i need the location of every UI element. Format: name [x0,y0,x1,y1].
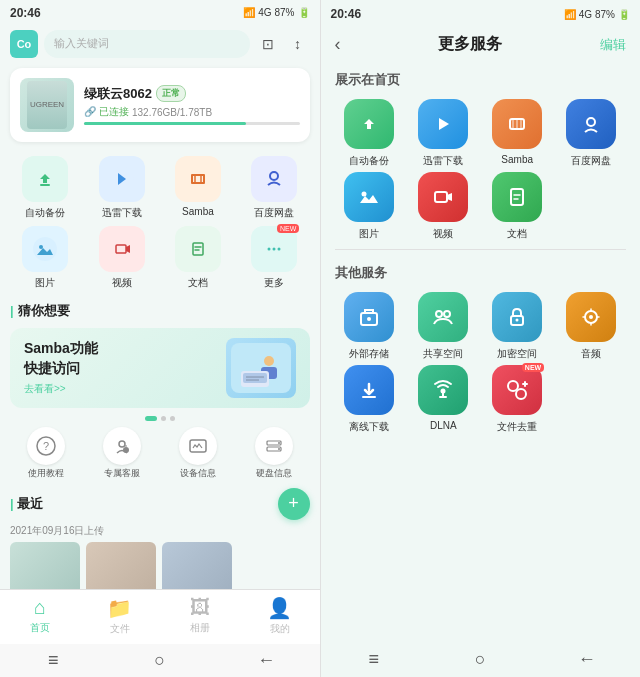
left-menu-btn[interactable]: ≡ [33,650,73,671]
svg-point-30 [278,442,280,444]
device-image: UGREEN [20,78,74,132]
device-info-icon [179,427,217,465]
disk-info-icon [255,427,293,465]
device-name: 绿联云8062 正常 [84,85,300,103]
svg-point-34 [362,192,367,197]
tutorial-item[interactable]: ? 使用教程 [10,427,82,480]
app-logo[interactable]: Co [10,30,38,58]
scan-button[interactable]: ⊡ [256,32,280,56]
docs-label: 文档 [188,276,208,290]
svc-audio-icon [566,292,616,342]
device-card[interactable]: UGREEN 绿联云8062 正常 🔗 已连接 132.76GB/1.78TB [10,68,310,142]
action-more[interactable]: NEW 更多 [239,226,309,290]
xunlei-label: 迅雷下载 [102,206,142,220]
edit-button[interactable]: 编辑 [600,36,626,54]
tab-mine[interactable]: 👤 我的 [240,596,320,636]
svc-dedup[interactable]: NEW 文件去重 [482,365,552,434]
svg-point-46 [508,381,518,391]
tutorial-icon: ? [27,427,65,465]
right-home-btn[interactable]: ○ [460,649,500,670]
xunlei-icon [99,156,145,202]
storage-fill [84,122,246,125]
back-button[interactable]: ‹ [335,34,341,55]
add-button[interactable]: + [278,488,310,520]
auto-backup-icon [22,156,68,202]
svc-share[interactable]: 共享空间 [408,292,478,361]
action-baidu[interactable]: 百度网盘 [239,156,309,220]
svc-external[interactable]: 外部存储 [335,292,405,361]
tab-files[interactable]: 📁 文件 [80,596,160,636]
svc-encrypt[interactable]: 加密空间 [482,292,552,361]
samba-banner[interactable]: Samba功能快捷访问 去看看>> [10,328,310,408]
guess-section-title: | 猜你想要 [0,298,320,324]
right-back-btn[interactable]: ← [567,649,607,670]
samba-text: Samba功能快捷访问 去看看>> [24,339,98,396]
baidu-icon [251,156,297,202]
device-img-inner: UGREEN [27,81,67,129]
samba-illustration [226,338,296,398]
left-nav-bar: ≡ ○ ← [0,644,320,677]
samba-link[interactable]: 去看看>> [24,382,98,396]
svc-docs-label: 文档 [507,227,527,241]
tab-album[interactable]: 🖼 相册 [160,596,240,636]
thumb-1[interactable] [10,542,80,590]
action-samba[interactable]: Samba [163,156,233,220]
svc-encrypt-icon [492,292,542,342]
baidu-label: 百度网盘 [254,206,294,220]
svc-samba-label: Samba [501,154,533,165]
left-status-bar: 20:46 📶 4G 87% 🔋 [0,0,320,26]
svg-point-12 [268,247,271,250]
search-box[interactable]: 输入关键词 [44,30,250,58]
svc-share-icon [418,292,468,342]
action-photo[interactable]: 图片 [10,226,80,290]
svc-video-icon [418,172,468,222]
page-title: 更多服务 [438,34,502,55]
svc-xunlei[interactable]: 迅雷下载 [408,99,478,168]
mine-tab-icon: 👤 [267,596,292,620]
tab-bar: ⌂ 首页 📁 文件 🖼 相册 👤 我的 [0,589,320,644]
mine-tab-label: 我的 [270,622,290,636]
section2-title: 其他服务 [321,254,641,288]
left-home-btn[interactable]: ○ [140,650,180,671]
more-label: 更多 [264,276,284,290]
right-menu-btn[interactable]: ≡ [354,649,394,670]
svc-offline[interactable]: 离线下载 [335,365,405,434]
other-services-grid: 外部存储 共享空间 加密空间 音频 离线下载 [321,288,641,438]
section-separator [335,249,627,250]
left-back-btn[interactable]: ← [246,650,286,671]
device-info-label: 设备信息 [180,467,216,480]
svg-point-14 [278,247,281,250]
svg-point-31 [278,448,280,450]
files-tab-icon: 📁 [107,596,132,620]
action-video[interactable]: 视频 [86,226,156,290]
sort-button[interactable]: ↕ [286,32,310,56]
svc-video[interactable]: 视频 [408,172,478,241]
svc-audio[interactable]: 音频 [556,292,626,361]
action-docs[interactable]: 文档 [163,226,233,290]
svg-point-5 [33,237,57,261]
svg-point-39 [436,311,442,317]
service-item[interactable]: 专属客服 [86,427,158,480]
svc-baidu[interactable]: 百度网盘 [556,99,626,168]
photo-label: 图片 [35,276,55,290]
thumb-3[interactable] [162,542,232,590]
svc-photo[interactable]: 图片 [335,172,405,241]
action-xunlei[interactable]: 迅雷下载 [86,156,156,220]
search-placeholder: 输入关键词 [54,36,109,51]
svc-docs[interactable]: 文档 [482,172,552,241]
svc-auto-backup[interactable]: 自动备份 [335,99,405,168]
action-auto-backup[interactable]: 自动备份 [10,156,80,220]
device-info-item[interactable]: 设备信息 [162,427,234,480]
thumb-2[interactable] [86,542,156,590]
thumbnails-row [0,542,320,590]
svc-external-icon [344,292,394,342]
service-icon [103,427,141,465]
svc-samba[interactable]: Samba [482,99,552,168]
disk-info-item[interactable]: 硬盘信息 [238,427,310,480]
dedup-new-badge: NEW [522,363,544,372]
svg-point-2 [186,167,210,191]
svc-dlna[interactable]: DLNA [408,365,478,434]
tab-home[interactable]: ⌂ 首页 [0,596,80,636]
more-new-badge: NEW [277,224,299,233]
svc-photo-icon [344,172,394,222]
